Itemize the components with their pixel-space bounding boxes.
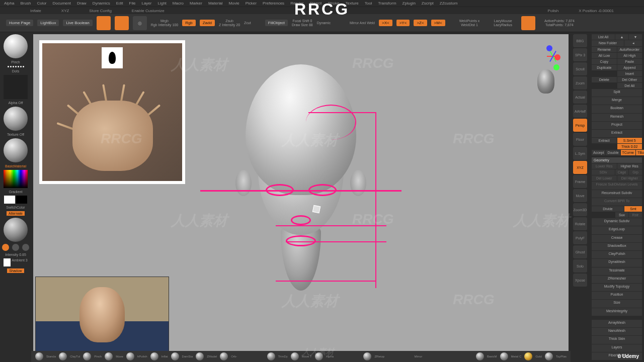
zadd-button[interactable]: Zadd — [200, 20, 215, 26]
grp-toggle[interactable]: Grp — [629, 169, 642, 175]
sculpt-head-model[interactable] — [230, 64, 371, 291]
actual-button[interactable]: Actual — [573, 90, 587, 104]
main-color-swatch[interactable] — [4, 196, 15, 204]
shelf-brush-icon[interactable] — [59, 352, 67, 360]
frame-button[interactable]: Frame — [573, 175, 587, 188]
color-picker[interactable] — [4, 170, 28, 188]
menu-item[interactable]: Render — [290, 1, 303, 6]
rename-button[interactable]: Rename — [592, 47, 617, 52]
mrgb-label[interactable]: Mrgb — [151, 19, 178, 23]
sdiv-slider[interactable]: SDiv — [592, 169, 615, 175]
shadow-toggle[interactable]: Shadow — [7, 268, 24, 273]
menu-item[interactable]: Document — [53, 1, 71, 6]
extract-button[interactable]: Extract — [592, 138, 617, 143]
live-boolean-button[interactable]: Live Boolean — [63, 20, 92, 26]
enable-customize-button[interactable]: Enable Customize — [132, 9, 165, 13]
new-folder-button[interactable]: New Folder — [592, 40, 624, 46]
menu-item[interactable]: Texture — [346, 1, 359, 6]
ghost-button[interactable]: Ghost — [573, 245, 587, 258]
size-button[interactable]: Size — [592, 300, 642, 307]
shelf-brush-icon[interactable] — [83, 352, 91, 360]
menu-item[interactable]: Layer — [141, 1, 151, 6]
arraymesh-button[interactable]: ArrayMesh — [592, 320, 642, 327]
remesh-button[interactable]: Remesh — [592, 114, 642, 121]
home-page-button[interactable]: Home Page — [6, 20, 33, 26]
menu-item[interactable]: Draw — [77, 1, 87, 6]
shadowbox-button[interactable]: ShadowBox — [592, 243, 642, 250]
delete-button[interactable]: Delete — [592, 77, 617, 82]
ambient-slider[interactable]: Ambient 3 — [12, 258, 28, 266]
shelf-material-icon[interactable] — [500, 352, 508, 360]
position-button[interactable]: Position — [592, 292, 642, 299]
paste-button[interactable]: Paste — [617, 59, 642, 64]
xyz-button[interactable]: XYZ — [573, 161, 587, 174]
shelf-brush-icon[interactable] — [196, 352, 204, 360]
shelf-brush-icon[interactable] — [291, 352, 299, 360]
shelf-material-icon[interactable] — [545, 352, 553, 360]
move-button[interactable]: Move — [573, 189, 587, 202]
z-intensity-slider[interactable]: Z Intensity 20 — [219, 23, 240, 27]
menu-item[interactable]: Tool — [365, 1, 372, 6]
duplicate-button[interactable]: Duplicate — [592, 65, 617, 70]
menu-item[interactable]: Marker — [190, 1, 202, 6]
viewport-canvas[interactable] — [33, 34, 569, 360]
reconstruct-subdiv-button[interactable]: Reconstruct Subdiv — [592, 190, 642, 198]
menu-item[interactable]: Stencil — [309, 1, 321, 6]
inflate-slider[interactable]: Inflate — [30, 9, 41, 13]
tcorner-toggle[interactable]: TCorne — [621, 150, 635, 155]
convert-bpr-button[interactable]: Convert BPR To — [592, 198, 642, 206]
folder-collapse-icon[interactable]: ◂ — [624, 40, 642, 46]
texture-selector[interactable] — [4, 107, 28, 131]
geometry-header[interactable]: Geometry — [592, 157, 642, 163]
smt-toggle[interactable]: Smt — [624, 206, 642, 212]
all-low-button[interactable]: All Low — [592, 53, 617, 58]
suv-toggle[interactable]: Suv — [615, 212, 628, 218]
menu-item[interactable]: Material — [208, 1, 222, 6]
dynamic-toggle[interactable]: Dynamic — [317, 21, 331, 25]
claypolish-button[interactable]: ClayPolish — [592, 251, 642, 258]
xpose-button[interactable]: Xpose — [573, 274, 587, 287]
split-button[interactable]: Split — [592, 89, 642, 97]
light-intensity-slider[interactable]: Intensity 0.85 — [5, 253, 26, 256]
zremesher-button[interactable]: ZRemesher — [592, 276, 642, 283]
mesh-integrity-button[interactable]: MeshIntegrity — [592, 308, 642, 316]
rgb-button[interactable]: Rgb — [182, 20, 196, 26]
boolean-button[interactable]: Boolean — [592, 105, 642, 113]
material-selector[interactable] — [4, 138, 28, 162]
shelf-brush-icon[interactable] — [267, 352, 275, 360]
menu-item[interactable]: ZZcustom — [440, 1, 458, 6]
freeze-subdiv-button[interactable]: Freeze SubDivision Levels — [592, 182, 642, 189]
gyro-icon[interactable]: ◎ — [133, 16, 147, 30]
layers-button[interactable]: Layers — [592, 344, 642, 352]
alternate-button[interactable]: Alternate — [7, 211, 25, 216]
menu-item[interactable]: Zplugin — [403, 1, 416, 6]
menu-item[interactable]: Transform — [378, 1, 396, 6]
xyz-toggle[interactable]: XYZ — [61, 9, 69, 13]
list-all-button[interactable]: List All — [592, 34, 615, 40]
lazy-radius-slider[interactable]: LazyRadius — [494, 23, 512, 27]
shelf-brush-icon[interactable] — [220, 352, 228, 360]
all-high-button[interactable]: All High — [617, 53, 642, 58]
merge-button[interactable]: Merge — [592, 97, 642, 105]
lsym-button[interactable]: L.Sym — [573, 147, 587, 160]
zcut-button[interactable]: Zcut — [244, 21, 251, 25]
lazy-mouse-toggle[interactable]: LazyMouse — [494, 19, 512, 23]
del-higher-button[interactable]: Del Higher — [617, 175, 642, 181]
menu-item[interactable]: Movie — [228, 1, 239, 6]
shelf-brush-icon[interactable] — [150, 352, 158, 360]
shelf-brush-icon[interactable] — [105, 352, 113, 360]
shelf-material-icon[interactable] — [524, 352, 532, 360]
menu-item[interactable]: File — [129, 1, 136, 6]
divide-button[interactable]: Divide — [592, 206, 624, 212]
switch-color-button[interactable]: SwitchColor — [6, 206, 25, 209]
menu-item[interactable]: Light — [157, 1, 166, 6]
dynamesh-button[interactable]: DynaMesh — [592, 259, 642, 266]
menu-item[interactable]: Preferences — [263, 1, 284, 6]
stroke-dots-icon[interactable] — [8, 66, 24, 67]
shelf-brush-icon[interactable] — [35, 352, 43, 360]
focal-shift-slider[interactable]: Focal Shift 0 — [292, 19, 313, 23]
modify-topology-button[interactable]: Modify Topology — [592, 284, 642, 291]
shelf-brush-icon[interactable] — [363, 352, 371, 360]
shelf-brush-icon[interactable] — [171, 352, 179, 360]
solo-button[interactable]: Solo — [573, 259, 587, 273]
